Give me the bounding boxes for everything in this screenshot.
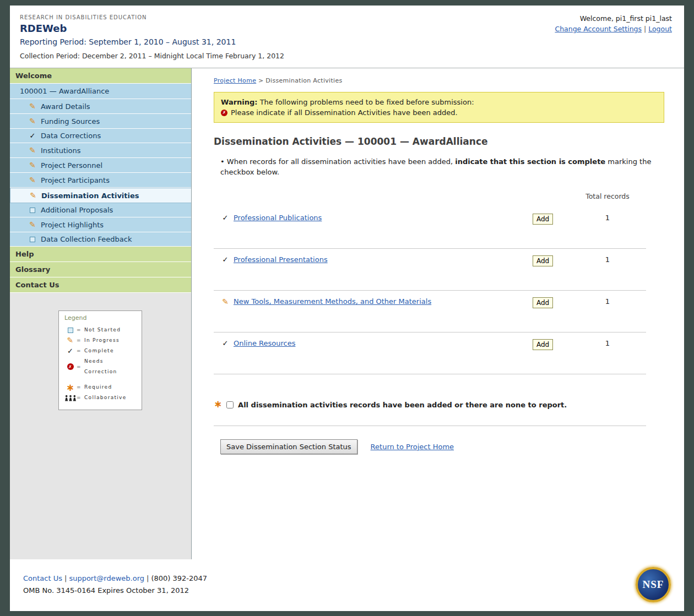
legend-label: Complete bbox=[84, 346, 114, 356]
sidebar-item-label: Data Corrections bbox=[41, 132, 101, 140]
pencil-icon bbox=[29, 117, 36, 126]
check-icon bbox=[221, 255, 229, 264]
required-icon bbox=[214, 401, 222, 409]
warning-line: Warning: The following problems need to … bbox=[221, 98, 657, 106]
logout-link[interactable]: Logout bbox=[648, 25, 672, 33]
instruction-bold: indicate that this section is complete bbox=[455, 157, 605, 166]
records-table-header: Total records bbox=[214, 192, 646, 207]
sidebar-item-award-details[interactable]: Award Details bbox=[10, 99, 191, 114]
sidebar-item-label: Project Participants bbox=[41, 176, 110, 184]
section-complete-label[interactable]: All dissemination activities records hav… bbox=[238, 401, 567, 409]
section-complete-checkbox[interactable] bbox=[226, 401, 234, 408]
warning-box: Warning: The following problems need to … bbox=[214, 92, 664, 123]
header-link-separator: | bbox=[644, 25, 646, 33]
header-left: RESEARCH IN DISABILITIES EDUCATION RDEWe… bbox=[20, 14, 284, 60]
sidebar-item-label: Data Collection Feedback bbox=[41, 235, 132, 243]
sidebar-item-glossary[interactable]: Glossary bbox=[10, 262, 191, 277]
sidebar-item-data-corrections[interactable]: Data Corrections bbox=[10, 129, 191, 143]
warning-label: Warning: bbox=[221, 98, 258, 106]
add-button[interactable]: Add bbox=[533, 255, 553, 266]
record-row-online-resources: Online Resources Add 1 bbox=[214, 332, 646, 374]
needs-correction-icon bbox=[64, 363, 77, 370]
sidebar-item-project-participants[interactable]: Project Participants bbox=[10, 173, 191, 188]
not-started-icon bbox=[29, 208, 36, 213]
sidebar-item-award[interactable]: 100001 — AwardAlliance bbox=[10, 84, 191, 99]
page-frame: RESEARCH IN DISABILITIES EDUCATION RDEWe… bbox=[0, 0, 694, 616]
record-label-cell: Online Resources bbox=[214, 339, 519, 347]
record-row-professional-publications: Professional Publications Add 1 bbox=[214, 207, 646, 249]
legend-item-needs-correction: = Needs Correction bbox=[64, 356, 136, 377]
instruction-bullet: • bbox=[220, 157, 225, 166]
new-tools-link[interactable]: New Tools, Measurement Methods, and Othe… bbox=[234, 297, 431, 306]
record-row-professional-presentations: Professional Presentations Add 1 bbox=[214, 249, 646, 291]
page: RESEARCH IN DISABILITIES EDUCATION RDEWe… bbox=[10, 6, 684, 611]
sidebar-item-institutions[interactable]: Institutions bbox=[10, 143, 191, 158]
sidebar-item-project-highlights[interactable]: Project Highlights bbox=[10, 217, 191, 232]
record-add-cell: Add bbox=[519, 297, 569, 308]
sidebar-item-label: Additional Proposals bbox=[41, 206, 113, 214]
main-content: Project Home > Dissemination Activities … bbox=[192, 68, 684, 559]
breadcrumb: Project Home > Dissemination Activities bbox=[214, 77, 664, 84]
required-icon bbox=[64, 385, 77, 390]
omb-number: OMB No. 3145-0164 Expires October 31, 20… bbox=[23, 585, 207, 597]
sidebar-item-label: Award Details bbox=[41, 102, 90, 111]
check-icon bbox=[29, 132, 36, 140]
footer-left: Contact Us|support@rdeweb.org|(800) 392-… bbox=[23, 573, 207, 597]
equals-sign: = bbox=[77, 346, 84, 356]
change-account-settings-link[interactable]: Change Account Settings bbox=[555, 25, 642, 33]
sidebar-item-help[interactable]: Help bbox=[10, 247, 191, 262]
record-add-cell: Add bbox=[519, 339, 569, 350]
account-links: Change Account Settings | Logout bbox=[555, 25, 672, 33]
header: RESEARCH IN DISABILITIES EDUCATION RDEWe… bbox=[10, 6, 684, 68]
pencil-icon bbox=[64, 335, 77, 346]
pencil-icon bbox=[29, 102, 36, 111]
nsf-logo: NSF bbox=[636, 567, 671, 602]
sidebar-item-project-personnel[interactable]: Project Personnel bbox=[10, 158, 191, 173]
reporting-period: Reporting Period: September 1, 2010 – Au… bbox=[20, 37, 284, 46]
nsf-logo-text: NSF bbox=[643, 579, 664, 591]
legend-label: Not Started bbox=[84, 325, 121, 335]
not-started-icon bbox=[29, 237, 36, 242]
sidebar-item-contact-us[interactable]: Contact Us bbox=[10, 277, 191, 293]
sidebar-item-funding-sources[interactable]: Funding Sources bbox=[10, 114, 191, 129]
legend-item-required: = Required bbox=[64, 382, 136, 393]
record-count: 1 bbox=[569, 255, 646, 264]
legend-title: Legend bbox=[64, 314, 136, 321]
spacer bbox=[214, 192, 519, 200]
pencil-icon bbox=[29, 161, 36, 170]
footer-contact-us-link[interactable]: Contact Us bbox=[23, 574, 62, 582]
app-title: RDEWeb bbox=[20, 23, 284, 34]
add-button[interactable]: Add bbox=[533, 339, 553, 350]
warning-text: The following problems need to be fixed … bbox=[258, 98, 474, 106]
needs-correction-icon bbox=[221, 110, 227, 116]
legend-label: In Progress bbox=[84, 335, 120, 346]
records-table: Total records Professional Publications … bbox=[214, 192, 646, 374]
body: Welcome 100001 — AwardAlliance Award Det… bbox=[10, 68, 684, 559]
spacer bbox=[519, 192, 569, 200]
add-button[interactable]: Add bbox=[533, 214, 553, 225]
sidebar-item-welcome[interactable]: Welcome bbox=[10, 68, 191, 84]
legend-item-complete: = Complete bbox=[64, 346, 136, 356]
add-button[interactable]: Add bbox=[533, 297, 553, 308]
sidebar-gray-panel: Legend = Not Started = In Progress bbox=[10, 293, 191, 559]
footer-email-link[interactable]: support@rdeweb.org bbox=[69, 574, 144, 582]
sidebar-item-dissemination-activities[interactable]: Dissemination Activities bbox=[10, 188, 191, 203]
professional-publications-link[interactable]: Professional Publications bbox=[234, 214, 322, 222]
sidebar-item-data-collection-feedback[interactable]: Data Collection Feedback bbox=[10, 232, 191, 247]
sidebar-item-additional-proposals[interactable]: Additional Proposals bbox=[10, 203, 191, 217]
check-icon bbox=[221, 339, 229, 347]
return-to-project-home-link[interactable]: Return to Project Home bbox=[371, 443, 454, 451]
org-name: RESEARCH IN DISABILITIES EDUCATION bbox=[20, 14, 284, 20]
legend-box: Legend = Not Started = In Progress bbox=[58, 310, 142, 410]
online-resources-link[interactable]: Online Resources bbox=[234, 339, 295, 347]
footer: Contact Us|support@rdeweb.org|(800) 392-… bbox=[10, 559, 684, 611]
professional-presentations-link[interactable]: Professional Presentations bbox=[234, 255, 328, 264]
save-section-status-button[interactable]: Save Dissemination Section Status bbox=[220, 439, 357, 454]
not-started-icon bbox=[64, 328, 77, 333]
legend-item-collaborative: = Collaborative bbox=[64, 393, 136, 403]
equals-sign: = bbox=[77, 382, 84, 393]
equals-sign: = bbox=[77, 335, 84, 346]
sidebar: Welcome 100001 — AwardAlliance Award Det… bbox=[10, 68, 192, 559]
warning-item: Please indicate if all Dissemination Act… bbox=[221, 108, 657, 117]
breadcrumb-project-home-link[interactable]: Project Home bbox=[214, 77, 256, 84]
